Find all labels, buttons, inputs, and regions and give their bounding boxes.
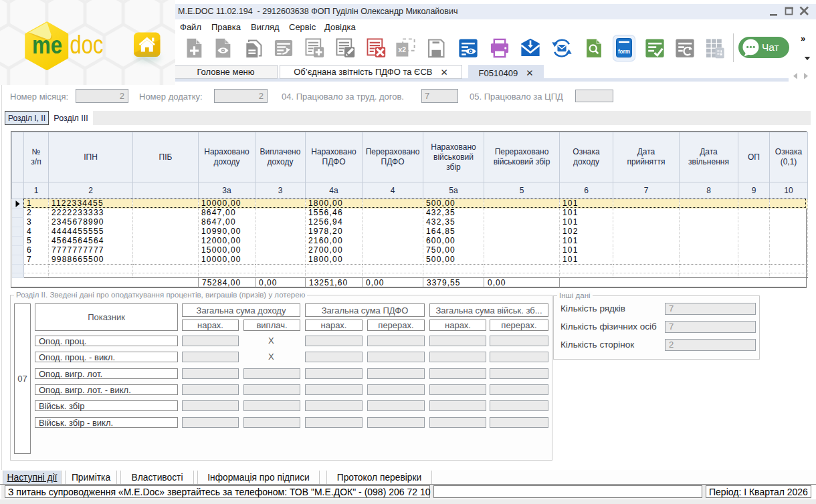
svg-text:me: me bbox=[32, 31, 62, 59]
svg-text:doc: doc bbox=[70, 31, 104, 59]
svg-text:form: form bbox=[618, 49, 630, 55]
svg-text:x2: x2 bbox=[399, 46, 407, 53]
